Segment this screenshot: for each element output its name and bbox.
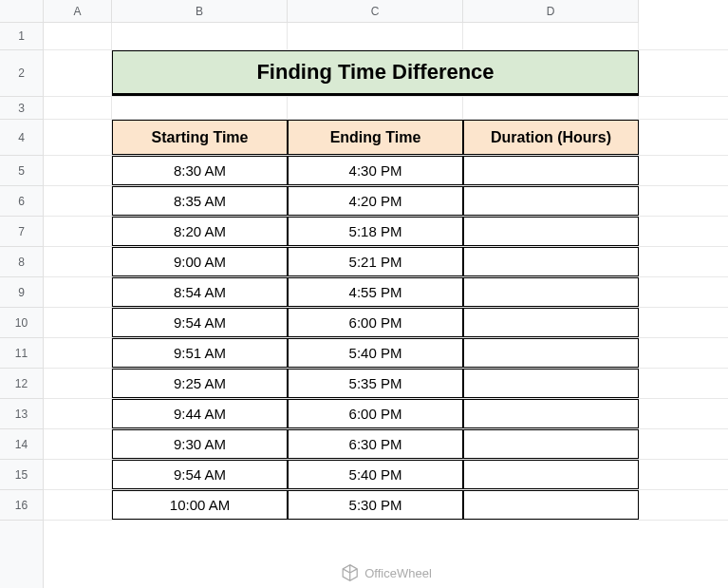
cell-starting-time[interactable]: 9:51 AM — [112, 338, 288, 368]
cell-ending-time[interactable]: 4:55 PM — [288, 277, 463, 307]
cell-a8[interactable] — [44, 247, 112, 276]
row-header-6[interactable]: 6 — [0, 186, 43, 217]
cell-starting-time[interactable]: 9:44 AM — [112, 399, 288, 428]
cell-starting-time[interactable]: 9:30 AM — [112, 429, 288, 459]
watermark-icon — [340, 563, 359, 582]
row-header-2[interactable]: 2 — [0, 50, 43, 97]
header-ending-time[interactable]: Ending Time — [288, 120, 463, 155]
cell-d3[interactable] — [463, 97, 639, 119]
cell-ending-time[interactable]: 5:30 PM — [288, 490, 463, 520]
cell-a4[interactable] — [44, 120, 112, 155]
cell-ending-time[interactable]: 5:18 PM — [288, 217, 463, 246]
table-row: 8:30 AM4:30 PM — [44, 156, 728, 186]
table-row: 9:25 AM5:35 PM — [44, 369, 728, 399]
cell-duration[interactable] — [463, 156, 639, 185]
cell-starting-time[interactable]: 8:20 AM — [112, 217, 288, 246]
watermark-text: OfficeWheel — [364, 566, 432, 580]
cell-starting-time[interactable]: 9:54 AM — [112, 308, 288, 337]
row-header-5[interactable]: 5 — [0, 156, 43, 186]
row-header-13[interactable]: 13 — [0, 399, 43, 429]
cell-a12[interactable] — [44, 369, 112, 398]
col-header-b[interactable]: B — [112, 0, 288, 22]
cell-ending-time[interactable]: 4:30 PM — [288, 156, 463, 185]
row-header-15[interactable]: 15 — [0, 460, 43, 490]
col-header-a[interactable]: A — [44, 0, 112, 22]
cell-duration[interactable] — [463, 460, 639, 489]
cell-starting-time[interactable]: 8:35 AM — [112, 186, 288, 216]
cell-a14[interactable] — [44, 429, 112, 459]
row-header-7[interactable]: 7 — [0, 217, 43, 247]
cell-duration[interactable] — [463, 338, 639, 368]
col-header-c[interactable]: C — [288, 0, 463, 22]
row-header-14[interactable]: 14 — [0, 429, 43, 460]
cell-duration[interactable] — [463, 490, 639, 520]
cell-a13[interactable] — [44, 399, 112, 428]
table-row: 9:00 AM5:21 PM — [44, 247, 728, 277]
cell-ending-time[interactable]: 5:35 PM — [288, 369, 463, 398]
cell-ending-time[interactable]: 5:40 PM — [288, 460, 463, 489]
cell-a16[interactable] — [44, 490, 112, 520]
table-row: 8:54 AM4:55 PM — [44, 277, 728, 308]
row-header-3[interactable]: 3 — [0, 97, 43, 120]
cell-a15[interactable] — [44, 460, 112, 489]
title-cell[interactable]: Finding Time Difference — [112, 50, 639, 96]
col-header-d[interactable]: D — [463, 0, 639, 22]
cell-a10[interactable] — [44, 308, 112, 337]
header-duration[interactable]: Duration (Hours) — [463, 120, 639, 155]
cell-duration[interactable] — [463, 277, 639, 307]
row-header-12[interactable]: 12 — [0, 369, 43, 399]
cell-duration[interactable] — [463, 399, 639, 428]
cell-ending-time[interactable]: 4:20 PM — [288, 186, 463, 216]
cell-a2[interactable] — [44, 50, 112, 96]
table-row: 8:20 AM5:18 PM — [44, 217, 728, 247]
row-header-1[interactable]: 1 — [0, 23, 43, 50]
cell-duration[interactable] — [463, 247, 639, 276]
cell-b1[interactable] — [112, 23, 288, 49]
cell-a6[interactable] — [44, 186, 112, 216]
cell-starting-time[interactable]: 9:54 AM — [112, 460, 288, 489]
cell-a11[interactable] — [44, 338, 112, 368]
cell-starting-time[interactable]: 8:54 AM — [112, 277, 288, 307]
cell-starting-time[interactable]: 9:25 AM — [112, 369, 288, 398]
cell-ending-time[interactable]: 6:00 PM — [288, 308, 463, 337]
cell-c1[interactable] — [288, 23, 463, 49]
select-all-corner[interactable] — [0, 0, 44, 23]
row-header-9[interactable]: 9 — [0, 277, 43, 308]
cell-ending-time[interactable]: 5:40 PM — [288, 338, 463, 368]
cell-duration[interactable] — [463, 308, 639, 337]
table-row: 9:51 AM5:40 PM — [44, 338, 728, 369]
cell-a1[interactable] — [44, 23, 112, 49]
table-row: 9:30 AM6:30 PM — [44, 429, 728, 460]
table-row: 9:54 AM5:40 PM — [44, 460, 728, 490]
cell-b3[interactable] — [112, 97, 288, 119]
header-starting-time[interactable]: Starting Time — [112, 120, 288, 155]
cell-a3[interactable] — [44, 97, 112, 119]
row-header-11[interactable]: 11 — [0, 338, 43, 369]
cell-starting-time[interactable]: 10:00 AM — [112, 490, 288, 520]
cell-duration[interactable] — [463, 217, 639, 246]
row-header-4[interactable]: 4 — [0, 120, 43, 156]
table-row: 8:35 AM4:20 PM — [44, 186, 728, 217]
cell-ending-time[interactable]: 6:00 PM — [288, 399, 463, 428]
cell-d1[interactable] — [463, 23, 639, 49]
cell-ending-time[interactable]: 5:21 PM — [288, 247, 463, 276]
cell-starting-time[interactable]: 9:00 AM — [112, 247, 288, 276]
spreadsheet: A B C D 1 2 3 4 5 6 7 8 9 10 11 12 13 14 — [0, 0, 728, 588]
cell-duration[interactable] — [463, 369, 639, 398]
cell-a7[interactable] — [44, 217, 112, 246]
row-header-16[interactable]: 16 — [0, 490, 43, 521]
cell-duration[interactable] — [463, 429, 639, 459]
cell-starting-time[interactable]: 8:30 AM — [112, 156, 288, 185]
column-headers: A B C D — [44, 0, 639, 23]
row-header-10[interactable]: 10 — [0, 308, 43, 338]
cell-c3[interactable] — [288, 97, 463, 119]
cell-a9[interactable] — [44, 277, 112, 307]
table-row: 10:00 AM5:30 PM — [44, 490, 728, 521]
table-row: 9:54 AM6:00 PM — [44, 308, 728, 338]
cell-duration[interactable] — [463, 186, 639, 216]
cell-ending-time[interactable]: 6:30 PM — [288, 429, 463, 459]
watermark: OfficeWheel — [340, 563, 432, 582]
grid[interactable]: Finding Time Difference Starting Time En… — [44, 23, 728, 588]
cell-a5[interactable] — [44, 156, 112, 185]
row-header-8[interactable]: 8 — [0, 247, 43, 277]
